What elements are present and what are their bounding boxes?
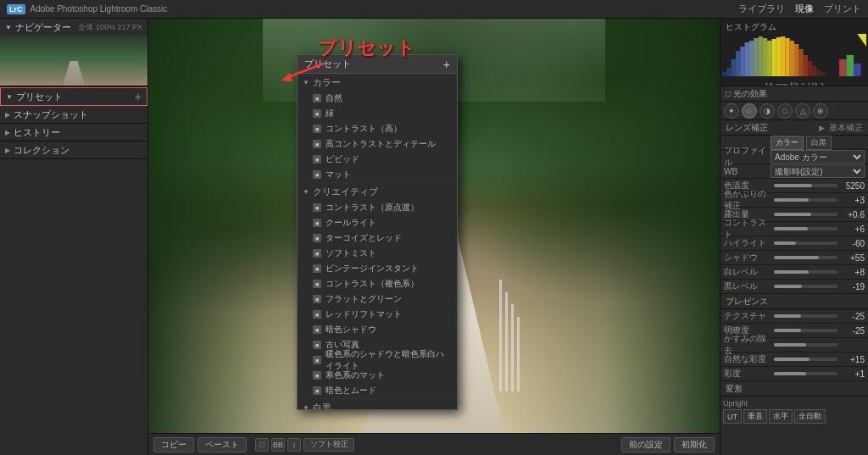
- svg-rect-21: [808, 61, 812, 76]
- preset-item[interactable]: ■高コントラストとディテール: [298, 136, 457, 152]
- history-header[interactable]: ▶ ヒストリー: [0, 124, 147, 141]
- history-label: ヒストリー: [14, 126, 60, 139]
- detail-slider-track[interactable]: [774, 372, 837, 375]
- presets-add-button[interactable]: +: [135, 91, 142, 103]
- creative-group-triangle: ▼: [303, 188, 309, 196]
- detail-slider-track[interactable]: [774, 343, 837, 347]
- tool-6[interactable]: ⊕: [813, 103, 828, 119]
- upright-btn-3[interactable]: 水平: [769, 409, 793, 424]
- preset-item[interactable]: ■ターコイズとレッド: [298, 230, 457, 246]
- red-eye-tool[interactable]: ↕: [287, 438, 301, 452]
- preset-item[interactable]: ■緑: [298, 106, 457, 121]
- bw-button[interactable]: 白黒: [806, 136, 832, 150]
- prev-settings-button[interactable]: 前の設定: [621, 437, 670, 452]
- svg-rect-5: [736, 51, 740, 76]
- svg-rect-8: [749, 41, 754, 76]
- preset-group-bw-header[interactable]: ▼ 白黒: [298, 399, 457, 410]
- svg-rect-7: [745, 42, 749, 76]
- tool-4[interactable]: □: [777, 103, 793, 119]
- slider-track[interactable]: [774, 198, 837, 202]
- detail-slider-row: テクスチャ -25: [721, 309, 868, 324]
- snapshots-header[interactable]: ▶ スナップショット: [0, 106, 147, 123]
- presets-header[interactable]: ▼ プリセット +: [1, 88, 147, 105]
- upright-btn-2[interactable]: 垂直: [743, 409, 767, 424]
- color-button[interactable]: カラー: [771, 136, 804, 150]
- preset-item[interactable]: ■自然: [298, 91, 457, 106]
- preset-item[interactable]: ■ビビッド: [298, 152, 457, 167]
- slider-track[interactable]: [774, 227, 837, 230]
- detail-slider-fill: [774, 329, 801, 332]
- preset-item[interactable]: ■コントラスト（複色系）: [298, 276, 457, 291]
- preset-group-creative-header[interactable]: ▼ クリエイティブ: [298, 183, 457, 200]
- svg-rect-12: [767, 41, 771, 76]
- svg-rect-23: [817, 69, 821, 76]
- svg-rect-10: [759, 36, 763, 76]
- lens-expand-icon[interactable]: ▶: [817, 124, 826, 132]
- slider-fill: [774, 227, 808, 230]
- creative-group-items: ■コントラスト（原点渡） ■クールライト ■ターコイズとレッド ■ソフトミスト …: [298, 200, 457, 398]
- preset-icon: ■: [313, 264, 321, 273]
- collections-header[interactable]: ▶ コレクション: [0, 141, 147, 158]
- preset-icon: ■: [313, 109, 321, 118]
- slider-track[interactable]: [774, 285, 837, 288]
- slider-value: -60: [841, 239, 865, 248]
- crop-tool[interactable]: □: [255, 438, 269, 452]
- preset-item[interactable]: ■マット: [298, 167, 457, 182]
- preset-item[interactable]: ■ソフトミスト: [298, 246, 457, 261]
- nav-develop[interactable]: 現像: [795, 3, 814, 15]
- slider-track[interactable]: [774, 213, 837, 216]
- upright-btn-4[interactable]: 全自動: [794, 409, 826, 424]
- module-nav: ライブラリ 現像 プリント: [738, 3, 861, 15]
- preset-item[interactable]: ■ビンテージインスタント: [298, 261, 457, 276]
- preset-dropdown: プリセット + ▼ カラー ■自然 ■緑 ■コントラスト（高） ■高コントラスト…: [297, 54, 458, 410]
- reset-button[interactable]: 初期化: [674, 437, 715, 452]
- detail-slider-value: -25: [841, 312, 865, 321]
- preset-item[interactable]: ■コントラスト（原点渡）: [298, 200, 457, 215]
- preset-item[interactable]: ■フラットとグリーン: [298, 291, 457, 307]
- slider-track[interactable]: [774, 184, 837, 187]
- detail-slider-track[interactable]: [774, 314, 837, 318]
- slider-track[interactable]: [774, 270, 837, 274]
- tool-5[interactable]: △: [795, 103, 810, 119]
- preset-group-bw: ▼ 白黒 ■白黒 風景 ■白黒 コントラスト（高） ■白黒 先烧き ■白黒 コン…: [298, 399, 457, 410]
- paste-button[interactable]: ペースト: [198, 437, 247, 452]
- preset-item[interactable]: ■暖色系のシャドウと暗色系白ハイライト: [298, 352, 457, 368]
- svg-rect-2: [722, 72, 726, 76]
- tool-1[interactable]: ✦: [724, 103, 739, 119]
- slider-fill: [774, 198, 809, 202]
- transform-label: 変形: [726, 383, 743, 395]
- copy-button[interactable]: コピー: [153, 437, 194, 452]
- sliders-container: 色温度 5250 色かぶりの補正 +3 露出量 +0.6 コントラスト +6 ハ: [721, 179, 868, 294]
- slider-label: 白レベル: [724, 266, 771, 278]
- preset-dropdown-add[interactable]: +: [443, 58, 450, 71]
- transform-header[interactable]: 変形: [721, 381, 868, 397]
- app-name: Adobe Photoshop Lightroom Classic: [31, 4, 168, 14]
- detail-slider-track[interactable]: [774, 358, 837, 361]
- nav-print[interactable]: プリント: [824, 3, 861, 15]
- slider-track[interactable]: [774, 241, 837, 245]
- detail-slider-track[interactable]: [774, 329, 837, 332]
- collections-label: コレクション: [14, 144, 70, 157]
- svg-rect-27: [854, 64, 861, 76]
- preset-item[interactable]: ■暗色とムード: [298, 383, 457, 398]
- bw-group-label: 白黒: [313, 402, 331, 411]
- svg-rect-20: [804, 55, 808, 76]
- histogram-title: ヒストグラム: [722, 20, 866, 34]
- navigator-header[interactable]: ▼ ナビゲーター 全体 100% 217 PX: [0, 19, 147, 36]
- tool-3[interactable]: ◑: [760, 103, 775, 119]
- spot-tool[interactable]: BB: [271, 438, 285, 452]
- nav-library[interactable]: ライブラリ: [738, 3, 785, 15]
- preset-item[interactable]: ■コントラスト（高）: [298, 121, 457, 136]
- preset-icon: ■: [313, 295, 321, 303]
- tool-2[interactable]: ○: [742, 103, 757, 119]
- detail-slider-label: テクスチャ: [724, 310, 771, 322]
- preset-item[interactable]: ■クールライト: [298, 215, 457, 230]
- softproof-tool[interactable]: ソフト校正: [303, 438, 354, 452]
- upright-btn-1[interactable]: UT: [723, 409, 742, 424]
- preset-item[interactable]: ■レッドリフトマット: [298, 307, 457, 322]
- preset-item[interactable]: ■暗色シャドウ: [298, 322, 457, 337]
- slider-track[interactable]: [774, 256, 837, 259]
- preset-group-color-header[interactable]: ▼ カラー: [298, 74, 457, 91]
- profile-select[interactable]: Adobe カラー: [771, 150, 865, 164]
- wb-select[interactable]: 撮影時(設定): [771, 164, 865, 178]
